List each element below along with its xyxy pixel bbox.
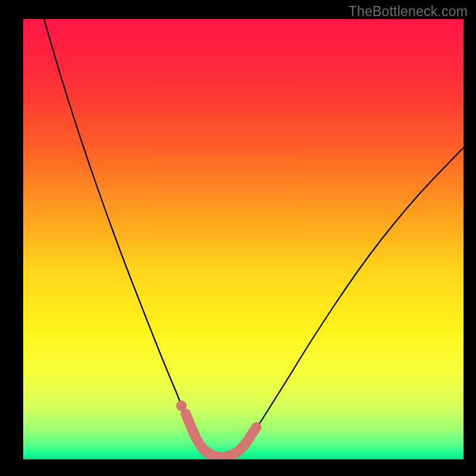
watermark-label: TheBottleneck.com: [349, 4, 468, 20]
bottleneck-chart: [0, 0, 476, 476]
highlight-dot-start: [176, 400, 187, 411]
plot-background: [23, 19, 464, 459]
chart-stage: TheBottleneck.com: [0, 0, 476, 476]
